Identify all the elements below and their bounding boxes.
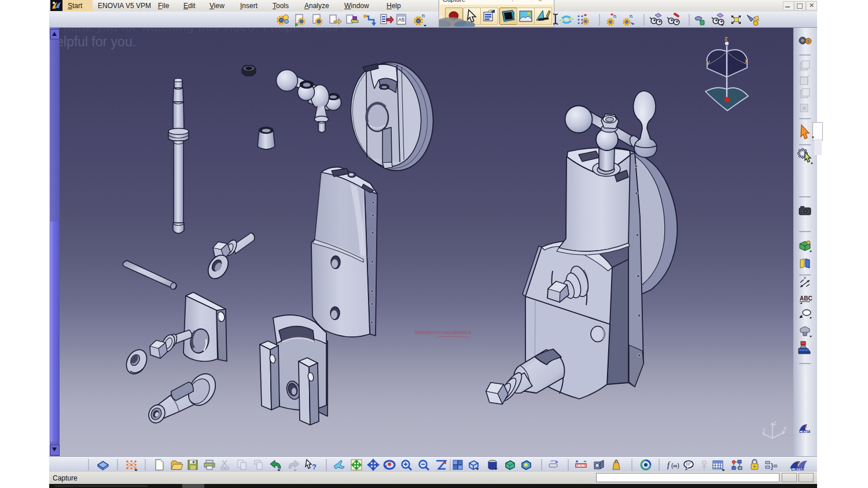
- svg-text:z: z: [724, 35, 728, 42]
- svg-text:CATIA: CATIA: [799, 430, 811, 434]
- svg-text:3: 3: [804, 424, 807, 430]
- svg-text:CATIA: CATIA: [791, 467, 804, 472]
- svg-text:(∞): (∞): [671, 463, 679, 469]
- svg-text:x: x: [745, 57, 748, 64]
- svg-text:x: x: [784, 425, 786, 431]
- svg-text:n: n: [613, 13, 616, 19]
- svg-text:y: y: [707, 58, 710, 65]
- svg-text:n: n: [422, 13, 425, 19]
- svg-text:}=: }=: [771, 461, 778, 470]
- svg-text:A5: A5: [398, 17, 404, 23]
- svg-text:v: v: [804, 275, 806, 280]
- svg-text:elpful for you.: elpful for you.: [60, 34, 136, 49]
- svg-text:n: n: [630, 13, 632, 19]
- svg-text:Thank you for watching this vi: Thank you for watching this video. I hop…: [60, 28, 347, 34]
- svg-text:3: 3: [797, 461, 800, 467]
- svg-text:z: z: [774, 420, 777, 426]
- svg-text:?: ?: [312, 463, 317, 471]
- svg-text:y: y: [763, 426, 766, 432]
- svg-text:ABC: ABC: [800, 295, 812, 302]
- svg-text:Downloaded from www.cadcamlab: Downloaded from www.cadcamlab.in: [415, 329, 471, 335]
- svg-text:f: f: [667, 461, 671, 469]
